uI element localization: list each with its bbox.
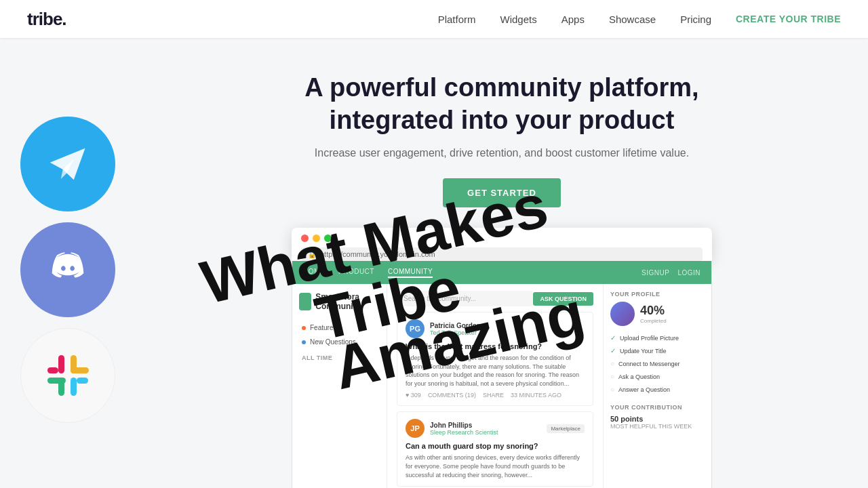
post-meta-1: ♥ 309 COMMENTS (19) SHARE 33 MINUTES AGO <box>406 392 585 399</box>
post-author-1: PG Patricia Gordon Ted Talk Speaker <box>406 319 585 338</box>
integration-icons <box>0 76 136 464</box>
main-nav: Platform Widgets Apps Showcase Pricing C… <box>438 14 841 25</box>
brand-logo: Smart Nora Community <box>299 292 380 311</box>
svg-rect-1 <box>58 355 64 373</box>
profile-section-title: YOUR PROFILE <box>610 291 705 298</box>
hero-subtitle: Increase user engagement, drive retentio… <box>304 147 698 159</box>
nav-platform[interactable]: Platform <box>438 14 476 25</box>
lock-icon: 🔒 <box>308 251 316 258</box>
browser-mockup: 🔒 https://community.yourdomain.com HOME … <box>292 228 712 488</box>
svg-rect-5 <box>58 378 64 396</box>
nav-widgets[interactable]: Widgets <box>500 14 537 25</box>
profile-action-messenger[interactable]: ○ Connect to Messenger <box>610 357 705 370</box>
post-card-2: JP John Phillips Sleep Research Scientis… <box>397 411 593 487</box>
post-time-1: 33 MINUTES AGO <box>511 392 561 399</box>
get-started-button[interactable]: GET STARTED <box>443 178 561 207</box>
nav-pricing[interactable]: Pricing <box>680 14 711 25</box>
sidebar-new-questions[interactable]: New Questions <box>299 335 380 349</box>
svg-rect-3 <box>71 367 89 373</box>
address-bar: 🔒 https://community.yourdomain.com <box>301 247 703 261</box>
hero-section: A powerful community platform, integrate… <box>304 72 698 228</box>
post-title-2[interactable]: Can a mouth guard stop my snoring? <box>406 442 585 450</box>
nav-home: HOME <box>303 268 325 278</box>
community-nav-right: SIGNUP LOGIN <box>642 269 701 277</box>
nav-apps[interactable]: Apps <box>561 14 585 25</box>
telegram-icon <box>20 117 115 211</box>
check-icon-3: ○ <box>610 360 614 367</box>
contribution-title: YOUR CONTRIBUTION <box>610 404 705 411</box>
header: tribe. Platform Widgets Apps Showcase Pr… <box>0 0 868 38</box>
author-role-2: Sleep Research Scientist <box>430 429 498 436</box>
author-info-2: John Phillips Sleep Research Scientist <box>430 422 498 436</box>
profile-progress-info: 40% Completed <box>640 304 667 324</box>
check-icon-4: ○ <box>610 373 614 380</box>
contribution-label: MOST HELPFUL THIS WEEK <box>610 423 705 430</box>
post-excerpt-1: It depends on your budget and the reason… <box>406 354 585 388</box>
sidebar-featured[interactable]: Featured <box>299 321 380 335</box>
community-sidebar: Smart Nora Community Featured New Questi… <box>292 284 387 488</box>
logo[interactable]: tribe. <box>27 9 66 30</box>
profile-action-title[interactable]: ✓ Update Your Title <box>610 344 705 357</box>
author-name-1: Patricia Gordon <box>430 322 481 329</box>
profile-avatar <box>610 302 635 326</box>
nav-showcase[interactable]: Showcase <box>609 14 656 25</box>
svg-rect-7 <box>77 378 88 384</box>
check-icon-2: ✓ <box>610 347 616 354</box>
hero-title: A powerful community platform, integrate… <box>304 72 698 136</box>
svg-rect-6 <box>71 378 77 396</box>
post-comments-1: COMMENTS (19) <box>428 392 476 399</box>
right-panel: YOUR PROFILE 40% Completed ✓ <box>603 284 711 488</box>
dot-red <box>301 235 309 242</box>
author-avatar-1: PG <box>406 319 425 338</box>
dot-yellow <box>313 235 320 242</box>
browser-dots <box>301 235 703 242</box>
author-info-1: Patricia Gordon Ted Talk Speaker <box>430 322 481 336</box>
profile-section: YOUR PROFILE 40% Completed ✓ <box>610 291 705 396</box>
sidebar-section-label: All Time <box>299 349 380 363</box>
profile-action-answer[interactable]: ○ Answer a Question <box>610 383 705 396</box>
profile-action-upload[interactable]: ✓ Upload Profile Picture <box>610 331 705 344</box>
author-role-1: Ted Talk Speaker <box>430 329 481 336</box>
dot-green <box>324 235 332 242</box>
community-content: Search the community... ASK QUESTION PG … <box>387 284 603 488</box>
post-share-1: SHARE <box>483 392 504 399</box>
profile-header: 40% Completed <box>610 302 705 326</box>
ask-question-button[interactable]: ASK QUESTION <box>533 292 593 306</box>
featured-dot <box>302 326 306 330</box>
brand-square <box>299 293 311 310</box>
contribution-points: 50 points <box>610 415 705 423</box>
author-name-2: John Phillips <box>430 422 498 429</box>
profile-progress-label: Completed <box>640 318 667 324</box>
nav-product: PRODUCT <box>338 268 374 278</box>
brand-name: Smart Nora Community <box>315 292 380 311</box>
contribution-section: YOUR CONTRIBUTION 50 points MOST HELPFUL… <box>610 404 705 430</box>
check-icon-1: ✓ <box>610 334 616 342</box>
post-title-1[interactable]: What is the best mattress for snoring? <box>406 342 585 350</box>
post-author-2: JP John Phillips Sleep Research Scientis… <box>406 419 585 438</box>
address-text: https://community.yourdomain.com <box>320 250 435 258</box>
community-main: Smart Nora Community Featured New Questi… <box>292 284 711 488</box>
center-content: A powerful community platform, integrate… <box>237 72 766 488</box>
post-likes-1: ♥ 309 <box>406 392 421 399</box>
profile-progress-percent: 40% <box>640 304 667 318</box>
nav-signup: SIGNUP <box>642 269 669 277</box>
nav-community: COMMUNITY <box>388 268 433 278</box>
community-search[interactable]: Search the community... <box>397 291 533 306</box>
community-nav-left: HOME PRODUCT COMMUNITY <box>303 268 433 278</box>
nav-login: LOGIN <box>677 269 701 277</box>
community-page: HOME PRODUCT COMMUNITY SIGNUP LOGIN <box>292 261 712 488</box>
svg-rect-0 <box>47 367 58 373</box>
post-excerpt-2: As with other anti snoring devices, ever… <box>406 453 585 479</box>
slack-icon <box>20 328 115 423</box>
community-nav: HOME PRODUCT COMMUNITY SIGNUP LOGIN <box>292 261 711 284</box>
author-avatar-2: JP <box>406 419 425 438</box>
new-questions-dot <box>302 340 306 344</box>
profile-action-ask[interactable]: ○ Ask a Question <box>610 370 705 383</box>
post-card-1: PG Patricia Gordon Ted Talk Speaker What… <box>397 312 593 406</box>
browser-chrome: 🔒 https://community.yourdomain.com <box>292 228 712 261</box>
main-content: A powerful community platform, integrate… <box>0 38 868 488</box>
check-icon-5: ○ <box>610 386 614 393</box>
post-badge-2: Marketplace <box>547 424 585 433</box>
create-tribe-button[interactable]: CREATE YOUR TRIBE <box>736 14 841 24</box>
discord-icon <box>20 222 115 317</box>
